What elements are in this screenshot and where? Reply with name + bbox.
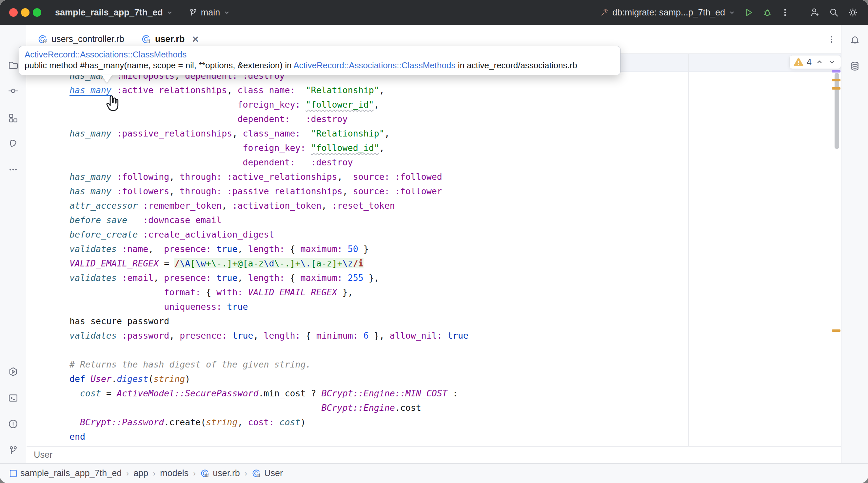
code-line[interactable]: before_create :create_activation_digest bbox=[59, 227, 468, 242]
right-tool-window-strip bbox=[841, 25, 868, 463]
documentation-popup[interactable]: ActiveRecord::Associations::ClassMethods… bbox=[19, 46, 621, 75]
code-line[interactable]: has_many :following, through: :active_re… bbox=[59, 170, 468, 184]
code-line[interactable]: VALID_EMAIL_REGEX = /\A[\w+\-.]+@[a-z\d\… bbox=[59, 256, 468, 271]
editor[interactable]: has_many :microposts, dependent: :destro… bbox=[27, 54, 841, 446]
code-line[interactable]: # Returns the hash digest of the given s… bbox=[59, 357, 468, 372]
chevron-right-icon: › bbox=[153, 469, 155, 478]
nav-item-project[interactable]: sample_rails_app_7th_ed bbox=[10, 468, 122, 478]
commit-icon[interactable] bbox=[6, 84, 20, 98]
search-icon[interactable] bbox=[829, 7, 839, 18]
nav-item-models[interactable]: models bbox=[160, 468, 188, 478]
macos-traffic-lights bbox=[9, 8, 41, 17]
run-configuration-widget[interactable]: db:migrate: samp...p_7th_ed bbox=[600, 7, 736, 18]
right-margin-guide bbox=[688, 54, 689, 446]
code-line[interactable]: attr_accessor :remember_token, :activati… bbox=[59, 199, 468, 213]
editor-scrollbar[interactable] bbox=[835, 73, 839, 149]
code-line[interactable] bbox=[59, 343, 468, 357]
hand-cursor-icon bbox=[104, 94, 120, 112]
chevron-right-icon: › bbox=[245, 469, 247, 478]
doc-popup-class-link[interactable]: ActiveRecord::Associations::ClassMethods bbox=[293, 60, 455, 70]
run-configuration-name: db:migrate: samp...p_7th_ed bbox=[612, 7, 725, 18]
title-bar: sample_rails_app_7th_ed main bbox=[0, 0, 868, 25]
code-line[interactable]: format: { with: VALID_EMAIL_REGEX }, bbox=[59, 285, 468, 300]
more-kebab-icon[interactable] bbox=[781, 7, 789, 18]
code-line[interactable]: validates :name, presence: true, length:… bbox=[59, 242, 468, 256]
database-icon[interactable] bbox=[848, 59, 862, 74]
services-icon[interactable] bbox=[6, 365, 20, 379]
code-line[interactable]: foreign_key: "followed_id", bbox=[59, 141, 468, 155]
close-tab-icon[interactable]: ✕ bbox=[192, 35, 199, 44]
chevron-right-icon: › bbox=[126, 469, 129, 478]
project-widget[interactable]: sample_rails_app_7th_ed bbox=[55, 7, 174, 18]
ruby-class-icon bbox=[200, 469, 210, 478]
project-folder-icon[interactable] bbox=[6, 58, 20, 72]
code-line[interactable]: before_save :downcase_email bbox=[59, 213, 468, 227]
error-stripe-mark[interactable] bbox=[832, 79, 840, 81]
nav-item-user-class[interactable]: User bbox=[252, 468, 283, 478]
code-line[interactable]: validates :password, presence: true, len… bbox=[59, 329, 468, 343]
error-stripe-mark[interactable] bbox=[832, 87, 840, 90]
git-branch-icon[interactable] bbox=[6, 443, 20, 457]
chevron-down-icon bbox=[728, 9, 736, 16]
add-user-icon[interactable] bbox=[810, 7, 820, 18]
breadcrumb-scope[interactable]: User bbox=[34, 450, 53, 460]
project-name: sample_rails_app_7th_ed bbox=[55, 7, 163, 18]
code-line[interactable]: BCrypt::Engine.cost bbox=[59, 401, 468, 415]
title-bar-right: db:migrate: samp...p_7th_ed bbox=[600, 7, 858, 18]
run-play-icon[interactable] bbox=[744, 7, 754, 18]
doc-popup-body: public method #has_many(name, scope = ni… bbox=[25, 60, 614, 71]
vcs-widget[interactable]: main bbox=[188, 7, 231, 18]
left-tool-window-strip bbox=[0, 25, 26, 463]
doc-popup-arrow bbox=[101, 75, 113, 89]
code-line[interactable]: def User.digest(string) bbox=[59, 372, 468, 386]
chevron-right-icon: › bbox=[193, 469, 196, 478]
rubymine-window: sample_rails_app_7th_ed main bbox=[0, 0, 868, 483]
code-line[interactable]: cost = ActiveModel::SecurePassword.min_c… bbox=[59, 386, 468, 401]
pull-requests-icon[interactable] bbox=[6, 136, 20, 151]
code-line[interactable]: foreign_key: "follower_id", bbox=[59, 97, 468, 112]
code-line[interactable]: has_many :passive_relationships, class_n… bbox=[59, 126, 468, 141]
code-line[interactable]: uniqueness: true bbox=[59, 300, 468, 314]
code-line[interactable]: dependent: :destroy bbox=[59, 112, 468, 126]
error-stripe-mark[interactable] bbox=[832, 70, 840, 73]
notifications-bell-icon[interactable] bbox=[848, 33, 862, 48]
close-window-button[interactable] bbox=[9, 8, 18, 17]
code-line[interactable]: has_many :followers, through: :passive_r… bbox=[59, 184, 468, 199]
inspections-widget[interactable]: 4 bbox=[789, 55, 841, 69]
tab-label: user.rb bbox=[155, 34, 185, 44]
code-line[interactable]: end bbox=[59, 429, 468, 444]
ruby-class-icon bbox=[141, 34, 151, 44]
tab-options-kebab-icon[interactable] bbox=[825, 32, 838, 47]
code-area[interactable]: has_many :microposts, dependent: :destro… bbox=[59, 68, 468, 444]
problems-icon[interactable] bbox=[6, 417, 20, 431]
error-stripe-mark[interactable] bbox=[832, 330, 840, 332]
code-line[interactable]: has_secure_password bbox=[59, 314, 468, 329]
chevron-down-icon bbox=[166, 9, 174, 16]
settings-gear-icon[interactable] bbox=[848, 7, 858, 18]
nav-item-app[interactable]: app bbox=[133, 468, 148, 478]
status-bar: sample_rails_app_7th_ed › app › models ›… bbox=[0, 463, 868, 483]
terminal-icon[interactable] bbox=[6, 391, 20, 405]
git-branch-icon bbox=[188, 8, 198, 17]
warning-count: 4 bbox=[807, 57, 812, 67]
minimize-window-button[interactable] bbox=[21, 8, 30, 17]
editor-breadcrumb-bar: User bbox=[27, 446, 841, 463]
doc-popup-title-link[interactable]: ActiveRecord::Associations::ClassMethods bbox=[25, 49, 614, 60]
nav-item-user-rb[interactable]: user.rb bbox=[200, 468, 240, 478]
debug-bug-icon[interactable] bbox=[763, 7, 772, 18]
structure-icon[interactable] bbox=[6, 111, 20, 125]
project-icon bbox=[10, 470, 17, 477]
more-tools-icon[interactable] bbox=[6, 163, 20, 177]
ruby-class-icon bbox=[38, 34, 48, 44]
tab-label: users_controller.rb bbox=[52, 34, 124, 44]
code-line[interactable]: has_many :active_relationships, class_na… bbox=[59, 83, 468, 97]
chevron-down-icon bbox=[223, 9, 230, 16]
code-line[interactable]: BCrypt::Password.create(string, cost: co… bbox=[59, 415, 468, 429]
rake-task-icon bbox=[600, 8, 609, 17]
previous-problem-chevron-up-icon[interactable] bbox=[815, 57, 824, 66]
code-line[interactable]: dependent: :destroy bbox=[59, 155, 468, 170]
next-problem-chevron-down-icon[interactable] bbox=[827, 57, 837, 66]
code-line[interactable]: validates :email, presence: true, length… bbox=[59, 271, 468, 285]
warning-triangle-icon bbox=[794, 57, 803, 66]
zoom-window-button[interactable] bbox=[33, 8, 41, 17]
